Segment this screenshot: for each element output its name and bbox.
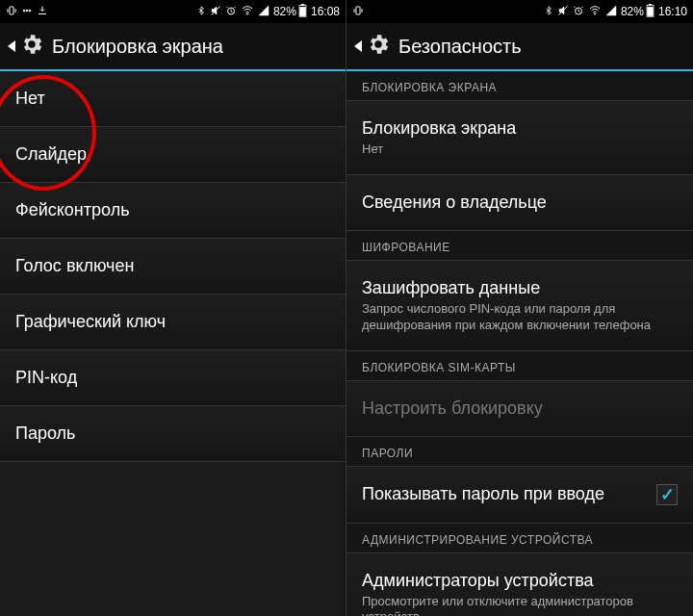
lock-option-voice[interactable]: Голос включен	[0, 239, 346, 295]
item-device-admins-title: Администраторы устройства	[362, 571, 678, 591]
section-device-admin: АДМИНИСТРИРОВАНИЕ УСТРОЙСТВА	[346, 524, 693, 553]
gear-icon	[19, 32, 44, 61]
action-bar: Блокировка экрана	[0, 23, 346, 71]
vibrate-icon	[352, 5, 364, 19]
item-screenlock[interactable]: Блокировка экрана Нет	[346, 101, 693, 175]
item-device-admins-sub: Просмотрите или отключите администраторо…	[362, 594, 678, 616]
item-sim-setup[interactable]: Настроить блокировку	[346, 381, 693, 437]
security-list[interactable]: БЛОКИРОВКА ЭКРАНА Блокировка экрана Нет …	[346, 71, 693, 616]
screen-lockscreen-options: 82% 16:08 Блокировка экрана Нет Слайдер …	[0, 0, 346, 616]
item-show-password-label: Показывать пароль при вводе	[362, 484, 604, 504]
status-bar: 82% 16:08	[0, 0, 346, 23]
lock-option-pin[interactable]: PIN-код	[0, 350, 346, 406]
item-encrypt-title: Зашифровать данные	[362, 278, 678, 298]
battery-pct: 82%	[273, 5, 296, 18]
lock-options-list: Нет Слайдер Фейсконтроль Голос включен Г…	[0, 71, 346, 616]
battery-icon	[298, 4, 307, 20]
lock-option-slider[interactable]: Слайдер	[0, 127, 346, 183]
signal-icon	[605, 5, 617, 19]
alarm-icon	[573, 5, 584, 19]
svg-rect-11	[300, 7, 306, 15]
item-screenlock-value: Нет	[362, 141, 678, 157]
bluetooth-icon	[196, 5, 206, 19]
lock-option-face[interactable]: Фейсконтроль	[0, 183, 346, 239]
chevron-left-icon	[8, 40, 15, 52]
vibrate-icon	[6, 5, 17, 19]
svg-rect-19	[649, 4, 652, 5]
back-button[interactable]	[8, 32, 44, 61]
alarm-icon	[225, 5, 237, 19]
battery-icon	[646, 4, 654, 20]
page-title: Блокировка экрана	[52, 36, 223, 58]
svg-rect-20	[648, 7, 654, 15]
back-button[interactable]	[354, 32, 391, 61]
status-bar: 82% 16:10	[346, 0, 693, 23]
item-show-password[interactable]: Показывать пароль при вводе	[346, 467, 693, 524]
page-title: Безопасность	[398, 36, 522, 58]
dots-icon	[21, 5, 33, 19]
wifi-icon	[588, 5, 602, 19]
gear-icon	[366, 32, 391, 61]
section-encryption: ШИФРОВАНИЕ	[346, 231, 693, 261]
svg-point-8	[246, 13, 248, 14]
battery-pct: 82%	[621, 5, 644, 18]
screen-security-settings: 82% 16:10 Безопасность БЛОКИРОВКА ЭКРАНА	[346, 0, 693, 616]
svg-point-4	[26, 10, 28, 12]
signal-icon	[258, 5, 270, 19]
lock-option-password[interactable]: Пароль	[0, 406, 346, 462]
chevron-left-icon	[354, 40, 362, 52]
checkbox-icon[interactable]	[656, 484, 678, 505]
clock: 16:08	[311, 5, 340, 18]
lock-option-none[interactable]: Нет	[0, 71, 346, 127]
download-icon	[37, 5, 48, 19]
section-lockscreen: БЛОКИРОВКА ЭКРАНА	[346, 71, 693, 101]
section-sim-lock: БЛОКИРОВКА SIM-КАРТЫ	[346, 351, 693, 381]
item-encrypt[interactable]: Зашифровать данные Запрос числового PIN-…	[346, 261, 693, 351]
lock-option-pattern[interactable]: Графический ключ	[0, 295, 346, 350]
svg-point-17	[594, 13, 596, 14]
item-encrypt-sub: Запрос числового PIN-кода или пароля для…	[362, 301, 678, 333]
action-bar: Безопасность	[346, 23, 693, 71]
item-device-admins[interactable]: Администраторы устройства Просмотрите ил…	[346, 553, 693, 616]
svg-rect-10	[301, 4, 304, 5]
mute-icon	[557, 5, 569, 19]
svg-rect-0	[10, 7, 13, 14]
item-owner-info[interactable]: Сведения о владельце	[346, 175, 693, 231]
section-passwords: ПАРОЛИ	[346, 437, 693, 467]
svg-point-3	[23, 10, 25, 12]
clock: 16:10	[658, 5, 687, 18]
svg-rect-12	[356, 7, 360, 14]
svg-point-5	[29, 10, 31, 12]
item-screenlock-title: Блокировка экрана	[362, 118, 678, 139]
mute-icon	[210, 5, 221, 19]
wifi-icon	[241, 5, 254, 19]
bluetooth-icon	[544, 5, 553, 19]
